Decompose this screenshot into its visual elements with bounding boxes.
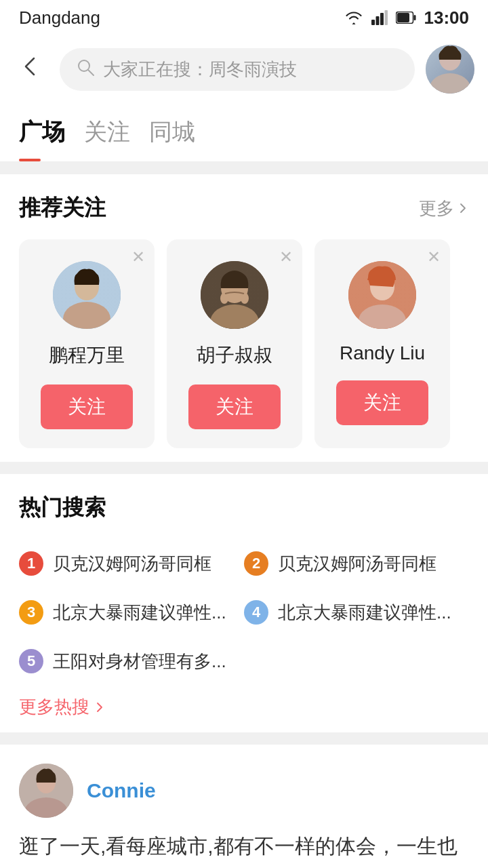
recommend-card-2: ✕ 胡子叔叔 关注 [167, 239, 302, 448]
svg-point-18 [241, 293, 249, 304]
hot-item-2[interactable]: 2 贝克汉姆阿汤哥同框 [244, 539, 469, 588]
recommend-section: 推荐关注 更多 ✕ 鹏程万里 关注 ✕ [0, 174, 488, 462]
svg-point-17 [220, 293, 228, 304]
hot-rank-1: 1 [19, 551, 43, 576]
section-header: 推荐关注 更多 [19, 193, 469, 223]
recommend-card-1: ✕ 鹏程万里 关注 [19, 239, 155, 448]
svg-rect-1 [375, 16, 379, 25]
hot-search-grid: 1 贝克汉姆阿汤哥同框 2 贝克汉姆阿汤哥同框 3 北京大暴雨建议弹性... 4… [19, 539, 469, 686]
hot-item-4[interactable]: 4 北京大暴雨建议弹性... [244, 588, 469, 637]
hot-text-1: 贝克汉姆阿汤哥同框 [53, 552, 211, 576]
battery-icon [396, 12, 416, 24]
status-bar: Dangdang 13:00 [0, 0, 488, 35]
hot-section: 热门搜索 1 贝克汉姆阿汤哥同框 2 贝克汉姆阿汤哥同框 3 北京大暴雨建议弹性… [0, 474, 488, 732]
card-avatar-3 [348, 261, 416, 329]
hot-rank-3: 3 [19, 600, 43, 625]
follow-card-2-button[interactable]: 关注 [188, 384, 281, 429]
svg-line-8 [88, 70, 94, 75]
search-icon [76, 58, 95, 81]
tab-guanzhu[interactable]: 关注 [84, 103, 149, 161]
back-button[interactable] [14, 50, 49, 89]
recommend-card-3: ✕ Randy Liu 关注 [314, 239, 450, 448]
hot-rank-5: 5 [19, 649, 43, 673]
follow-card-3-button[interactable]: 关注 [336, 380, 428, 425]
recommend-cards: ✕ 鹏程万里 关注 ✕ [19, 239, 469, 448]
svg-point-10 [430, 73, 470, 94]
hot-text-5: 王阳对身材管理有多... [53, 650, 226, 673]
top-nav: 大家正在搜：周冬雨演技 [0, 35, 488, 103]
card-avatar-2 [201, 261, 268, 329]
svg-rect-0 [371, 20, 375, 25]
feed-username[interactable]: Connie [87, 779, 156, 802]
hot-rank-2: 2 [244, 551, 268, 576]
tab-tongcheng[interactable]: 同城 [149, 103, 214, 161]
user-avatar-top[interactable] [426, 45, 474, 94]
hot-text-4: 北京大暴雨建议弹性... [278, 601, 451, 625]
more-hot-link[interactable]: 更多热搜 [19, 688, 469, 719]
signal-icon [371, 10, 388, 25]
hot-item-3[interactable]: 3 北京大暴雨建议弹性... [19, 588, 244, 637]
svg-rect-5 [397, 13, 409, 22]
svg-rect-2 [380, 13, 384, 25]
card-name-3: Randy Liu [340, 342, 425, 364]
recommend-title: 推荐关注 [19, 193, 106, 223]
hot-search-title: 热门搜索 [19, 493, 469, 523]
status-bar-right: 13:00 [344, 7, 470, 28]
svg-rect-6 [413, 15, 415, 20]
feed-content: 逛了一天,看每座城市,都有不一样的体会，一生也就这样吧... [19, 830, 469, 868]
feed-user-avatar[interactable] [19, 764, 73, 818]
app-name: Dangdang [19, 7, 100, 28]
close-card-2-button[interactable]: ✕ [279, 248, 293, 267]
follow-card-1-button[interactable]: 关注 [41, 384, 133, 429]
svg-rect-3 [384, 10, 388, 25]
search-bar[interactable]: 大家正在搜：周冬雨演技 [60, 48, 415, 91]
hot-text-3: 北京大暴雨建议弹性... [53, 601, 226, 625]
card-name-1: 鹏程万里 [49, 342, 125, 368]
tab-guangchang[interactable]: 广场 [19, 103, 84, 161]
close-card-1-button[interactable]: ✕ [131, 248, 145, 267]
search-placeholder-text: 大家正在搜：周冬雨演技 [103, 58, 297, 81]
close-card-3-button[interactable]: ✕ [427, 248, 441, 267]
status-time: 13:00 [424, 7, 470, 28]
feed-section: Connie 逛了一天,看每座城市,都有不一样的体会，一生也就这样吧... [0, 745, 488, 868]
hot-item-1[interactable]: 1 贝克汉姆阿汤哥同框 [19, 539, 244, 588]
card-avatar-1 [53, 261, 121, 329]
recommend-more-link[interactable]: 更多 [419, 197, 469, 220]
hot-item-5[interactable]: 5 王阳对身材管理有多... [19, 637, 244, 686]
feed-user-row: Connie [19, 764, 469, 818]
tabs-bar: 广场 关注 同城 [0, 103, 488, 162]
hot-text-2: 贝克汉姆阿汤哥同框 [278, 552, 436, 576]
wifi-icon [344, 10, 363, 25]
hot-rank-4: 4 [244, 600, 268, 625]
card-name-2: 胡子叔叔 [197, 342, 272, 368]
